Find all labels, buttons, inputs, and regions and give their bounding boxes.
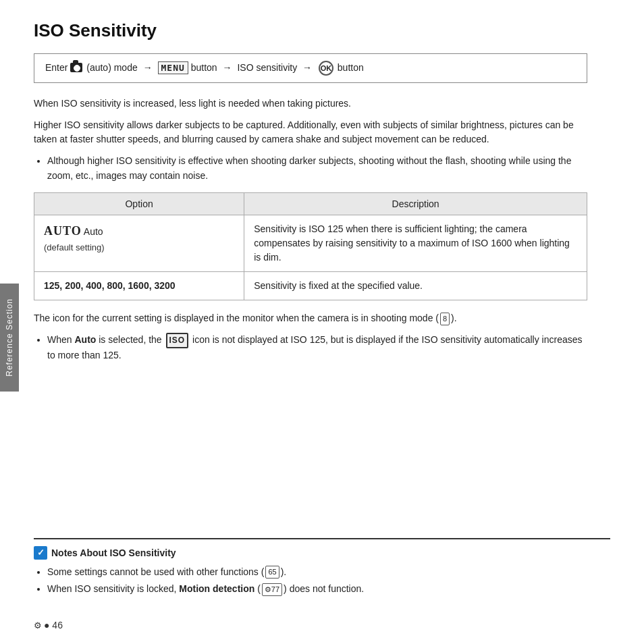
- option-values-cell: 125, 200, 400, 800, 1600, 3200: [34, 272, 244, 300]
- note-bullet-2-end: ) does not function.: [284, 583, 364, 594]
- page-title: ISO Sensitivity: [34, 20, 587, 41]
- main-content: ISO Sensitivity Enter (auto) mode → MENU…: [0, 0, 621, 392]
- menu-button-label: MENU: [158, 61, 188, 74]
- nav-suffix: button: [338, 62, 364, 73]
- bullet-middle: is selected, the: [96, 334, 164, 345]
- post-table-para: The icon for the current setting is disp…: [34, 311, 587, 326]
- paragraph-2: Higher ISO sensitivity allows darker sub…: [34, 118, 587, 147]
- checkmark-icon: ✓: [34, 546, 47, 560]
- description-values-cell: Sensitivity is fixed at the specified va…: [244, 272, 587, 300]
- col-option-header: Option: [34, 193, 244, 215]
- motion-detection-bold: Motion detection: [179, 583, 254, 594]
- note-ref-77: ⚙77: [262, 583, 282, 596]
- paragraph-1: When ISO sensitivity is increased, less …: [34, 97, 587, 111]
- note-title: ✓ Notes About ISO Sensitivity: [34, 546, 610, 560]
- auto-label: Auto: [84, 226, 103, 237]
- sidebar-label-text: Reference Section: [5, 298, 14, 377]
- nav-mode-text: (auto) mode: [86, 62, 137, 73]
- bullet-prefix: When: [47, 334, 74, 345]
- page-number: ● 46: [44, 620, 63, 630]
- page-num-text: ●: [44, 620, 49, 630]
- iso-numbers-label: 125, 200, 400, 800, 1600, 3200: [44, 280, 176, 291]
- note-bullet-list: Some settings cannot be used with other …: [47, 565, 610, 597]
- intro-bullet-list: Although higher ISO sensitivity is effec…: [47, 154, 587, 183]
- table-row-auto: AUTO Auto (default setting) Sensitivity …: [34, 215, 587, 272]
- ok-button-icon: OK: [319, 61, 333, 76]
- note-bullet-2-suffix: (: [254, 583, 261, 594]
- page-num-value: 46: [52, 620, 63, 630]
- bullet-bold: Auto: [74, 334, 96, 345]
- page-footer: ⚙ ● 46: [34, 620, 63, 630]
- post-table-bullet-1: When Auto is selected, the ISO icon is n…: [47, 333, 587, 363]
- post-table-suffix: ).: [451, 313, 457, 323]
- default-setting-label: (default setting): [44, 242, 105, 252]
- note-title-text: Notes About ISO Sensitivity: [51, 547, 176, 558]
- note-bullet-2: When ISO sensitivity is locked, Motion d…: [47, 582, 610, 597]
- note-box: ✓ Notes About ISO Sensitivity Some setti…: [34, 538, 610, 597]
- note-bullet-1-suffix: ).: [281, 566, 287, 577]
- description-auto-cell: Sensitivity is ISO 125 when there is suf…: [244, 215, 587, 272]
- bottom-section: ✓ Notes About ISO Sensitivity Some setti…: [34, 538, 610, 603]
- page-icon: ⚙: [34, 620, 41, 630]
- camera-icon: [70, 63, 82, 72]
- nav-box: Enter (auto) mode → MENU button → ISO se…: [34, 53, 587, 83]
- sidebar-reference-section: Reference Section: [0, 284, 19, 392]
- arrow-2: →: [223, 62, 232, 73]
- option-auto-cell: AUTO Auto (default setting): [34, 215, 244, 272]
- intro-bullet-1: Although higher ISO sensitivity is effec…: [47, 154, 587, 183]
- col-description-header: Description: [244, 193, 587, 215]
- table-row-values: 125, 200, 400, 800, 1600, 3200 Sensitivi…: [34, 272, 587, 300]
- arrow-3: →: [302, 62, 312, 73]
- nav-iso-text: ISO sensitivity: [237, 62, 297, 73]
- auto-big-label: AUTO: [44, 224, 82, 238]
- note-bullet-2-prefix: When ISO sensitivity is locked,: [47, 583, 179, 594]
- options-table: Option Description AUTO Auto (default se…: [34, 192, 587, 300]
- note-bullet-1-text: Some settings cannot be used with other …: [47, 566, 264, 577]
- ref-link-8: 8: [440, 313, 450, 325]
- post-table-text: The icon for the current setting is disp…: [34, 313, 439, 323]
- note-bullet-1: Some settings cannot be used with other …: [47, 565, 610, 580]
- nav-prefix: Enter: [45, 62, 68, 73]
- iso-icon: ISO: [166, 333, 189, 348]
- nav-label-btn: button: [191, 62, 220, 73]
- post-table-bullet-list: When Auto is selected, the ISO icon is n…: [47, 333, 587, 363]
- note-ref-65: 65: [265, 566, 279, 579]
- arrow-1: →: [143, 62, 153, 73]
